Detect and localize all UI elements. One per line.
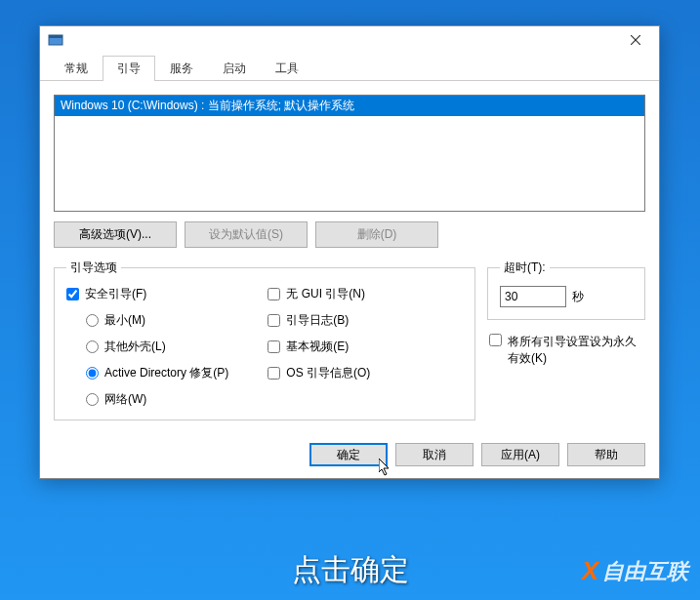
titlebar[interactable] (40, 26, 659, 56)
boot-left-col: 安全引导(F) 最小(M) 其他外壳(L) Active Direct (66, 286, 228, 408)
advanced-options-button[interactable]: 高级选项(V)... (54, 221, 177, 248)
timeout-seconds-label: 秒 (572, 289, 584, 305)
msconfig-dialog: 常规 引导 服务 启动 工具 Windows 10 (C:\Windows) :… (39, 25, 660, 479)
tab-bar: 常规 引导 服务 启动 工具 (40, 56, 659, 81)
svg-rect-1 (49, 35, 62, 38)
app-icon (48, 33, 63, 49)
permanent-input[interactable] (489, 334, 502, 346)
safe-boot-label: 安全引导(F) (85, 286, 146, 302)
apply-button[interactable]: 应用(A) (481, 443, 559, 466)
tab-services[interactable]: 服务 (155, 56, 208, 81)
no-gui-checkbox[interactable]: 无 GUI 引导(N) (268, 286, 370, 302)
minimal-input[interactable] (86, 314, 99, 327)
permanent-label: 将所有引导设置设为永久有效(K) (508, 334, 645, 367)
boot-options-group: 引导选项 安全引导(F) 最小(M) 其他外壳(L) (54, 260, 475, 420)
ad-repair-radio[interactable]: Active Directory 修复(P) (86, 365, 228, 381)
base-video-checkbox[interactable]: 基本视频(E) (268, 339, 370, 355)
network-label: 网络(W) (104, 391, 146, 408)
ad-repair-input[interactable] (86, 367, 99, 380)
permanent-checkbox[interactable]: 将所有引导设置设为永久有效(K) (489, 334, 645, 367)
os-boot-info-label: OS 引导信息(O) (286, 365, 370, 381)
tab-content: Windows 10 (C:\Windows) : 当前操作系统; 默认操作系统… (40, 81, 659, 428)
boot-button-row: 高级选项(V)... 设为默认值(S) 删除(D) (54, 221, 645, 248)
timeout-legend: 超时(T): (500, 260, 550, 276)
os-listbox[interactable]: Windows 10 (C:\Windows) : 当前操作系统; 默认操作系统 (54, 95, 645, 212)
watermark: X 自由互联 (582, 556, 688, 586)
base-video-label: 基本视频(E) (286, 339, 349, 355)
boot-options-legend: 引导选项 (66, 260, 121, 276)
watermark-text: 自由互联 (602, 557, 688, 586)
cancel-button[interactable]: 取消 (395, 443, 474, 466)
boot-log-checkbox[interactable]: 引导日志(B) (268, 312, 370, 329)
options-row: 引导选项 安全引导(F) 最小(M) 其他外壳(L) (54, 260, 645, 420)
os-list-item[interactable]: Windows 10 (C:\Windows) : 当前操作系统; 默认操作系统 (55, 96, 644, 116)
os-boot-info-input[interactable] (268, 367, 280, 380)
minimal-label: 最小(M) (104, 312, 145, 329)
tab-general[interactable]: 常规 (50, 56, 103, 81)
alt-shell-radio[interactable]: 其他外壳(L) (86, 339, 228, 355)
tab-boot[interactable]: 引导 (103, 56, 155, 81)
set-default-button: 设为默认值(S) (185, 221, 308, 248)
timeout-input[interactable] (500, 286, 566, 307)
boot-right-col: 无 GUI 引导(N) 引导日志(B) 基本视频(E) OS 引导信息 (268, 286, 370, 408)
network-input[interactable] (86, 393, 99, 406)
boot-log-label: 引导日志(B) (286, 312, 349, 329)
delete-button: 删除(D) (315, 221, 438, 248)
base-video-input[interactable] (268, 340, 280, 353)
close-button[interactable] (616, 28, 655, 52)
right-column: 超时(T): 秒 将所有引导设置设为永久有效(K) (487, 260, 645, 367)
watermark-x-icon: X (582, 556, 598, 586)
safe-boot-input[interactable] (66, 288, 79, 300)
safe-boot-checkbox[interactable]: 安全引导(F) (66, 286, 228, 302)
timeout-group: 超时(T): 秒 (487, 260, 645, 320)
close-icon (631, 35, 640, 45)
boot-log-input[interactable] (268, 314, 280, 327)
help-button[interactable]: 帮助 (567, 443, 645, 466)
network-radio[interactable]: 网络(W) (86, 391, 228, 408)
alt-shell-label: 其他外壳(L) (104, 339, 166, 355)
alt-shell-input[interactable] (86, 340, 99, 353)
tab-startup[interactable]: 启动 (208, 56, 261, 81)
no-gui-label: 无 GUI 引导(N) (286, 286, 365, 302)
tab-tools[interactable]: 工具 (261, 56, 313, 81)
minimal-radio[interactable]: 最小(M) (86, 312, 228, 329)
ok-button[interactable]: 确定 (309, 443, 388, 466)
no-gui-input[interactable] (268, 288, 280, 300)
os-boot-info-checkbox[interactable]: OS 引导信息(O) (268, 365, 370, 381)
ad-repair-label: Active Directory 修复(P) (104, 365, 228, 381)
dialog-footer: 确定 取消 应用(A) 帮助 (309, 443, 645, 466)
